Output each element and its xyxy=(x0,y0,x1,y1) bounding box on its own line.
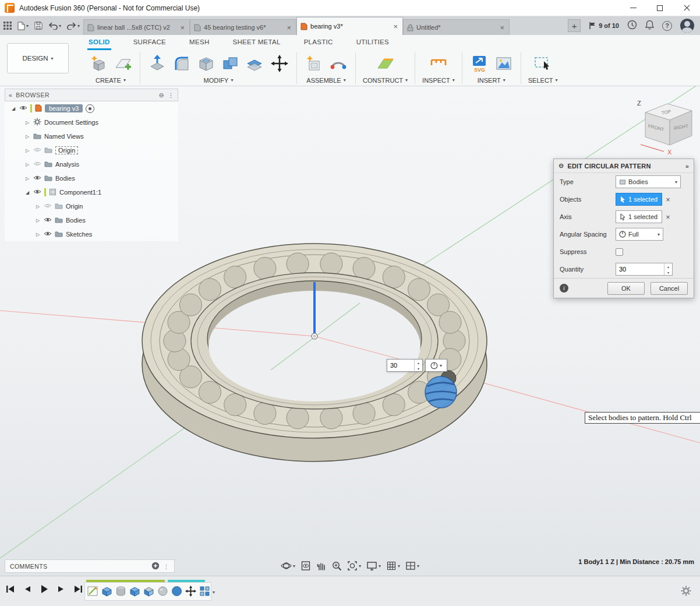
combine-icon[interactable] xyxy=(221,54,241,75)
go-to-start-button[interactable] xyxy=(5,584,16,594)
expand-icon[interactable]: ◢ xyxy=(10,106,16,111)
fillet-icon[interactable] xyxy=(172,54,192,75)
orbit-icon[interactable]: ▾ xyxy=(281,561,295,571)
move-copy-icon[interactable] xyxy=(270,54,289,75)
tab-surface[interactable]: SURFACE xyxy=(132,36,167,50)
browser-item-bodies[interactable]: ▷ Bodies xyxy=(5,171,178,185)
objects-selection-chip[interactable]: 1 selected xyxy=(616,193,662,206)
press-pull-icon[interactable] xyxy=(147,54,167,75)
spinner-arrows[interactable]: ▴ ▾ xyxy=(414,360,422,371)
expand-icon[interactable]: ▷ xyxy=(35,204,41,209)
visibility-eye-icon[interactable] xyxy=(44,231,52,238)
new-tab-button[interactable]: + xyxy=(568,19,581,32)
extrude-feature-icon[interactable] xyxy=(143,585,155,599)
feature-dropdown-icon[interactable]: ▾ xyxy=(213,590,215,595)
dialog-header[interactable]: ⊖ EDIT CIRCULAR PATTERN » xyxy=(554,159,694,173)
insert-svg-icon[interactable]: SVG xyxy=(469,54,489,75)
workspace-selector[interactable]: DESIGN ▾ xyxy=(7,43,69,73)
save-icon[interactable] xyxy=(34,22,43,30)
revolve-feature-icon[interactable] xyxy=(115,585,127,599)
doc-tab-45-bearing-testing[interactable]: 45 bearing testing v6* × xyxy=(190,19,296,35)
construct-menu[interactable]: CONSTRUCT▾ xyxy=(363,77,408,84)
viewport-canvas[interactable]: TOP FRONT RIGHT Z X « BROWSER ⊖ ⋮ ◢ bear… xyxy=(0,86,700,576)
select-menu[interactable]: SELECT▾ xyxy=(528,77,558,84)
offset-face-icon[interactable] xyxy=(245,54,265,75)
file-menu-icon[interactable]: ▾ xyxy=(17,22,29,30)
tab-close-icon[interactable]: × xyxy=(285,23,292,32)
panel-grip-icon[interactable]: ⋮ xyxy=(163,563,169,570)
create-menu[interactable]: CREATE▾ xyxy=(96,77,126,84)
type-dropdown[interactable]: Bodies ▾ xyxy=(616,175,681,188)
undo-icon[interactable]: ▾ xyxy=(48,22,61,30)
new-component-icon[interactable] xyxy=(304,54,324,75)
tab-plastic[interactable]: PLASTIC xyxy=(303,36,334,50)
expand-icon[interactable]: ▷ xyxy=(35,232,41,237)
pattern-feature-icon[interactable] xyxy=(199,585,211,599)
doc-tab-bearing-v3[interactable]: bearing v3* × xyxy=(296,17,403,35)
canvas-quantity-input[interactable] xyxy=(387,362,414,369)
extrude-feature-icon[interactable] xyxy=(129,585,141,599)
ok-button[interactable]: OK xyxy=(607,282,645,295)
expand-icon[interactable]: ▷ xyxy=(24,162,30,167)
user-avatar[interactable] xyxy=(680,19,694,33)
visibility-eye-icon[interactable] xyxy=(44,217,52,224)
create-sketch-icon[interactable] xyxy=(113,54,133,75)
visibility-eye-icon[interactable] xyxy=(33,147,41,154)
browser-root-row[interactable]: ◢ bearing v3 xyxy=(5,101,178,115)
move-feature-icon[interactable] xyxy=(185,585,197,599)
modify-menu[interactable]: MODIFY▾ xyxy=(204,77,234,84)
spinner-arrows[interactable]: ▴ ▾ xyxy=(664,263,672,275)
doc-tab-linear-ball[interactable]: linear ball ...5x8 (CTC) v2 × xyxy=(83,19,190,35)
expand-icon[interactable]: ▷ xyxy=(35,218,41,223)
sketch-feature-icon[interactable] xyxy=(87,585,99,599)
info-icon[interactable]: i xyxy=(560,284,568,293)
zoom-icon[interactable] xyxy=(331,561,342,571)
canvas-quantity-stepper[interactable]: ▴ ▾ xyxy=(387,359,423,372)
expand-icon[interactable]: ▷ xyxy=(24,134,30,139)
grid-icon[interactable]: ▾ xyxy=(386,561,400,571)
visibility-eye-icon[interactable] xyxy=(44,203,52,210)
tab-solid[interactable]: SOLID xyxy=(87,36,111,50)
maximize-button[interactable] xyxy=(646,0,673,16)
viewports-icon[interactable]: ▾ xyxy=(405,561,419,571)
shell-icon[interactable] xyxy=(196,54,216,75)
spacing-type-dropdown[interactable]: ▾ xyxy=(425,359,447,372)
construct-plane-icon[interactable] xyxy=(376,54,395,75)
angular-spacing-dropdown[interactable]: Full ▾ xyxy=(616,228,663,241)
visibility-eye-icon[interactable] xyxy=(33,189,41,196)
history-clock-icon[interactable] xyxy=(627,20,637,31)
look-at-icon[interactable] xyxy=(300,561,311,571)
expand-icon[interactable]: ▷ xyxy=(24,176,30,181)
browser-item-component-sketches[interactable]: ▷ Sketches xyxy=(5,227,178,241)
help-icon[interactable]: ? xyxy=(662,21,672,31)
root-document-label[interactable]: bearing v3 xyxy=(45,104,83,112)
browser-item-analysis[interactable]: ▷ Analysis xyxy=(5,157,178,171)
joint-icon[interactable] xyxy=(328,54,348,75)
tab-utilities[interactable]: UTILITIES xyxy=(355,36,390,50)
axis-selection-chip[interactable]: 1 selected xyxy=(616,210,662,223)
notifications-bell-icon[interactable] xyxy=(645,20,654,31)
insert-canvas-icon[interactable] xyxy=(494,54,514,75)
comments-panel[interactable]: COMMENTS ⋮ xyxy=(5,559,175,573)
tab-close-icon[interactable]: × xyxy=(392,22,399,31)
browser-item-component-origin[interactable]: ▷ Origin xyxy=(5,199,178,213)
insert-menu[interactable]: INSERT▾ xyxy=(478,77,505,84)
timeline-settings-gear-icon[interactable] xyxy=(680,585,692,598)
pan-icon[interactable] xyxy=(316,561,326,571)
browser-item-origin[interactable]: ▷ Origin xyxy=(5,143,178,157)
go-to-end-button[interactable] xyxy=(72,584,84,594)
doc-tab-untitled[interactable]: Untitled* × xyxy=(403,19,510,35)
add-comment-icon[interactable] xyxy=(151,562,160,571)
clear-axis-icon[interactable]: × xyxy=(666,213,670,221)
extrude-feature-icon[interactable] xyxy=(101,585,113,599)
cancel-button[interactable]: Cancel xyxy=(650,282,688,295)
suppress-checkbox[interactable] xyxy=(616,248,623,256)
expand-icon[interactable]: ▷ xyxy=(24,120,30,125)
app-grid-icon[interactable] xyxy=(3,22,12,30)
quantity-input[interactable] xyxy=(616,266,664,273)
activate-radio-icon[interactable] xyxy=(86,104,94,113)
tab-close-icon[interactable]: × xyxy=(499,23,505,32)
browser-item-document-settings[interactable]: ▷ Document Settings xyxy=(5,115,178,129)
sphere-feature-icon[interactable] xyxy=(157,585,169,599)
collapse-panel-icon[interactable]: « xyxy=(9,91,12,98)
